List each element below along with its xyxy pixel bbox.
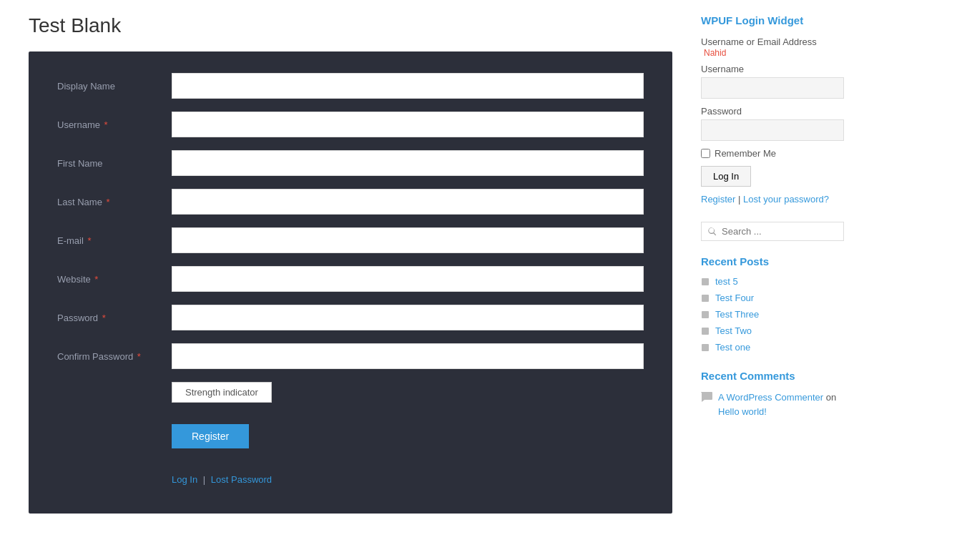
post-icon [701, 277, 710, 286]
strength-indicator-wrapper: Strength indicator [57, 382, 644, 414]
widget-title: WPUF Login Widget [701, 14, 844, 26]
sidebar: WPUF Login Widget Username or Email Addr… [701, 14, 844, 514]
field-first-name: First Name [57, 150, 644, 176]
register-btn-wrapper: Register [57, 424, 644, 463]
input-first-name[interactable] [172, 150, 644, 176]
register-button[interactable]: Register [172, 424, 249, 448]
list-item: Test Three [701, 309, 844, 320]
sidebar-register-link[interactable]: Register [701, 194, 735, 205]
label-display-name: Display Name [57, 81, 172, 92]
recent-posts-title: Recent Posts [701, 255, 844, 267]
comment-post-link[interactable]: Hello world! [718, 406, 767, 417]
list-item: test 5 [701, 276, 844, 287]
list-item: Test one [701, 342, 844, 353]
comment-author-link[interactable]: A WordPress Commenter [718, 392, 823, 403]
required-star-website: * [94, 274, 98, 285]
sidebar-password-label: Password [701, 106, 844, 117]
recent-comments-widget: Recent Comments A WordPress Commenter on… [701, 370, 844, 418]
label-confirm-password: Confirm Password * [57, 351, 172, 362]
required-star-username: * [104, 119, 108, 130]
recent-posts-widget: Recent Posts test 5 Test Four Test Three… [701, 255, 844, 353]
svg-rect-4 [702, 344, 709, 351]
comment-item: A WordPress Commenter on Hello world! [701, 390, 844, 418]
label-username: Username * [57, 119, 172, 130]
field-email: E-mail * [57, 227, 644, 253]
field-username: Username * [57, 112, 644, 137]
post-link-3[interactable]: Test Two [715, 325, 752, 336]
post-icon [701, 327, 710, 335]
remember-me-row: Remember Me [701, 148, 844, 159]
sidebar-login-button[interactable]: Log In [701, 166, 751, 187]
svg-rect-3 [702, 328, 709, 335]
comment-on-text: on [826, 392, 836, 403]
list-item: Test Four [701, 293, 844, 303]
required-star-confirm-password: * [137, 351, 141, 362]
login-link[interactable]: Log In [172, 474, 197, 485]
field-last-name: Last Name * [57, 189, 644, 215]
input-confirm-password[interactable] [172, 343, 644, 369]
username-email-row: Username or Email Address Nahid [701, 36, 844, 58]
recent-comments-title: Recent Comments [701, 370, 844, 382]
post-icon [701, 343, 710, 352]
field-password: Password * [57, 305, 644, 330]
main-content: Test Blank Display Name Username * [29, 14, 672, 514]
post-link-1[interactable]: Test Four [715, 293, 754, 303]
link-separator: | [203, 474, 205, 485]
post-icon [701, 310, 710, 319]
remember-me-checkbox[interactable] [701, 149, 710, 158]
input-username[interactable] [172, 112, 644, 137]
svg-rect-1 [702, 295, 709, 302]
required-star-password: * [102, 313, 106, 323]
sidebar-username-label: Username [701, 64, 844, 74]
strength-indicator: Strength indicator [172, 382, 272, 403]
input-website[interactable] [172, 266, 644, 292]
input-last-name[interactable] [172, 189, 644, 215]
page-title: Test Blank [29, 14, 672, 37]
label-website: Website * [57, 274, 172, 285]
input-password[interactable] [172, 305, 644, 330]
required-star-last-name: * [107, 197, 110, 207]
remember-me-label: Remember Me [715, 148, 776, 159]
comment-icon [701, 392, 712, 402]
wpuf-login-widget: WPUF Login Widget Username or Email Addr… [701, 14, 844, 205]
sidebar-lost-password-link[interactable]: Lost your password? [743, 194, 829, 205]
sidebar-separator: | [738, 194, 740, 205]
list-item: Test Two [701, 325, 844, 336]
post-link-0[interactable]: test 5 [715, 276, 738, 287]
post-link-2[interactable]: Test Three [715, 309, 759, 320]
post-link-4[interactable]: Test one [715, 342, 750, 353]
svg-rect-2 [702, 311, 709, 318]
search-input[interactable] [722, 226, 838, 237]
sidebar-password-input[interactable] [701, 119, 844, 141]
lost-password-link[interactable]: Lost Password [211, 474, 272, 485]
field-confirm-password: Confirm Password * [57, 343, 644, 369]
input-display-name[interactable] [172, 73, 644, 99]
username-email-label: Username or Email Address [701, 36, 817, 47]
label-password: Password * [57, 313, 172, 323]
required-star-email: * [87, 235, 91, 246]
field-display-name: Display Name [57, 73, 644, 99]
comment-text: A WordPress Commenter on Hello world! [718, 390, 844, 418]
post-icon [701, 294, 710, 303]
registration-form-container: Display Name Username * First Name [29, 51, 672, 514]
page-wrapper: Test Blank Display Name Username * [0, 0, 962, 528]
field-website: Website * [57, 266, 644, 292]
form-links: Log In | Lost Password [172, 474, 644, 485]
label-last-name: Last Name * [57, 197, 172, 207]
sidebar-widget-links: Register | Lost your password? [701, 194, 844, 205]
search-box [701, 222, 844, 241]
username-hint: Nahid [704, 48, 726, 58]
sidebar-username-input[interactable] [701, 77, 844, 99]
search-icon [707, 227, 717, 237]
label-email: E-mail * [57, 235, 172, 246]
svg-rect-0 [702, 278, 709, 285]
input-email[interactable] [172, 227, 644, 253]
label-first-name: First Name [57, 158, 172, 169]
